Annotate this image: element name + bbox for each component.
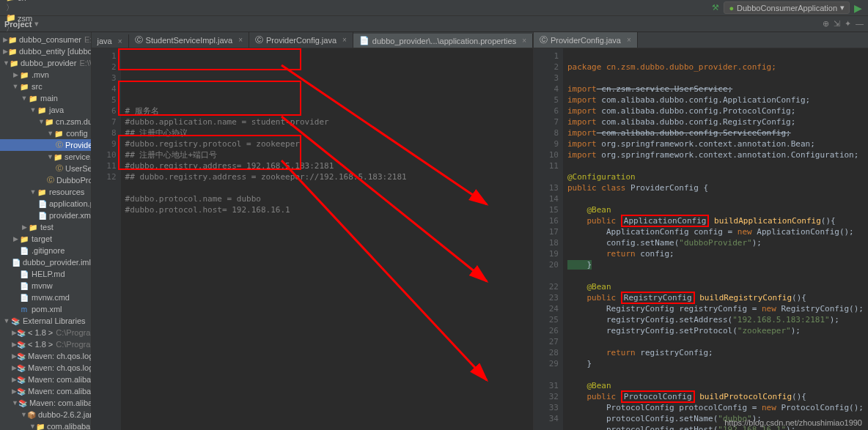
editor-tabs-right: ⒸProviderConfig.java×: [534, 32, 868, 48]
chevron-down-icon[interactable]: ▾: [34, 19, 39, 29]
tree-item[interactable]: ▼📁src: [0, 81, 91, 92]
tree-item[interactable]: ⒸDubboProviderApplication: [0, 174, 91, 186]
tree-item[interactable]: 📄.gitignore: [0, 245, 91, 256]
expand-icon[interactable]: ⇲: [834, 19, 840, 29]
tree-item[interactable]: ▼📁resources: [0, 186, 91, 198]
tree-item[interactable]: 📄mvnw: [0, 280, 91, 292]
tree-item[interactable]: ▼📁java: [0, 104, 91, 116]
close-icon[interactable]: ×: [522, 37, 526, 45]
tree-item[interactable]: ▼📁com.alibaba: [0, 420, 91, 430]
tree-item[interactable]: ▼📁config: [0, 127, 91, 139]
tree-item[interactable]: ▶📁.mvn: [0, 69, 91, 81]
gutter-right: 1234567891011 1314151617181920 222324252…: [534, 48, 563, 430]
chevron-down-icon: ▾: [840, 3, 845, 12]
editor-tab[interactable]: ⒸProviderConfig.java×: [249, 32, 353, 48]
editor-tab[interactable]: ⒸProviderConfig.java×: [534, 32, 638, 48]
tree-item[interactable]: ▶📁dubbo_entity [dubbo_service]E:\Workspa…: [0, 45, 91, 57]
editor-tab[interactable]: java×: [92, 34, 129, 48]
editor-tabs-left: java×ⒸStudentServiceImpl.java×ⒸProviderC…: [92, 32, 533, 48]
tree-item[interactable]: 📄dubbo_provider.iml: [0, 256, 91, 268]
breadcrumb: 📁dubbo_provider〉📁src〉📁main〉📁java〉📁cn〉📁zs…: [0, 0, 868, 16]
close-icon[interactable]: ×: [238, 36, 243, 44]
tree-item[interactable]: 📄application.properties: [0, 198, 91, 210]
tree-item[interactable]: ▶📚Maven: com.alibaba.boot:dubbo-spring-b…: [0, 374, 91, 385]
spring-icon: ●: [729, 4, 734, 12]
tree-item[interactable]: ▶📁dubbo_consumerE:\Workspace\dubbo\dubbo: [0, 34, 91, 45]
hide-icon[interactable]: —: [856, 19, 864, 29]
hammer-icon[interactable]: ⚒: [712, 3, 719, 12]
gutter-left: 123456789101112: [92, 48, 121, 430]
editor-tab[interactable]: 📄dubbo_provider\...\application.properti…: [353, 34, 533, 48]
close-icon[interactable]: ×: [627, 36, 631, 44]
tree-item[interactable]: ▼📁service.impl: [0, 151, 91, 163]
watermark: https://blog.csdn.net/zhoushimiao1990: [724, 418, 862, 427]
tree-item[interactable]: ▼📁dubbo_providerE:\Workspace\dubbo\dubbo: [0, 57, 91, 69]
tree-item[interactable]: ⒸUserServiceImpl: [0, 163, 91, 174]
project-tree[interactable]: ▶📁dubbo_consumerE:\Workspace\dubbo\dubbo…: [0, 32, 91, 430]
tree-item[interactable]: ▶📁test: [0, 221, 91, 233]
settings-icon[interactable]: ✦: [845, 19, 851, 29]
tree-item[interactable]: ▼📁cn.zsm.dubbo.dubbo_provider: [0, 116, 91, 127]
project-title: Project: [4, 20, 32, 29]
collapse-icon[interactable]: ⊕: [823, 19, 829, 29]
tree-item[interactable]: ▼📁main: [0, 92, 91, 104]
tree-item[interactable]: ▶📚Maven: com.alibaba.boot:dubbo-spring-b…: [0, 385, 91, 397]
run-config-selector[interactable]: ● DubboConsumerApplication ▾: [724, 1, 850, 14]
tree-item[interactable]: 📄mvnw.cmd: [0, 292, 91, 303]
tree-item[interactable]: mpom.xml: [0, 303, 91, 315]
tree-item[interactable]: ▶📚Maven: ch.qos.logback:logback-core:1.2…: [0, 362, 91, 374]
tree-item[interactable]: ▶📚< 1.8 >C:\Program Files\Java\jdk1.8.0_…: [0, 338, 91, 350]
tree-item[interactable]: ▶📚Maven: ch.qos.logback:logback-classic:…: [0, 350, 91, 362]
project-tool-header: Project ▾ ⊕ ⇲ ✦ —: [0, 16, 868, 32]
editor-tab[interactable]: ⒸStudentServiceImpl.java×: [129, 32, 249, 48]
tree-item[interactable]: ▼📦dubbo-2.6.2.jarlibrary root: [0, 409, 91, 420]
tree-item[interactable]: ▼📚Maven: com.alibaba:dubbo:2.6.2: [0, 397, 91, 409]
tree-item[interactable]: 📄HELP.md: [0, 268, 91, 280]
tree-item[interactable]: ▼📚External Libraries: [0, 315, 91, 327]
tree-item[interactable]: ⒸProviderConfig: [0, 139, 91, 151]
tree-item[interactable]: 📄provider.xml: [0, 210, 91, 221]
code-editor-left[interactable]: # 服务名#dubbo.application.name = student-p…: [121, 48, 533, 430]
breadcrumb-item[interactable]: 📁cn: [4, 0, 75, 2]
tree-item[interactable]: ▶📁target: [0, 233, 91, 245]
tree-item[interactable]: ▶📚< 1.8 >C:\Program Files\Java\jdk1.8.0_…: [0, 327, 91, 338]
close-icon[interactable]: ×: [118, 37, 122, 45]
code-editor-right[interactable]: package cn.zsm.dubbo.dubbo_provider.conf…: [563, 48, 868, 430]
run-button[interactable]: ▶: [854, 2, 862, 14]
close-icon[interactable]: ×: [342, 36, 347, 44]
